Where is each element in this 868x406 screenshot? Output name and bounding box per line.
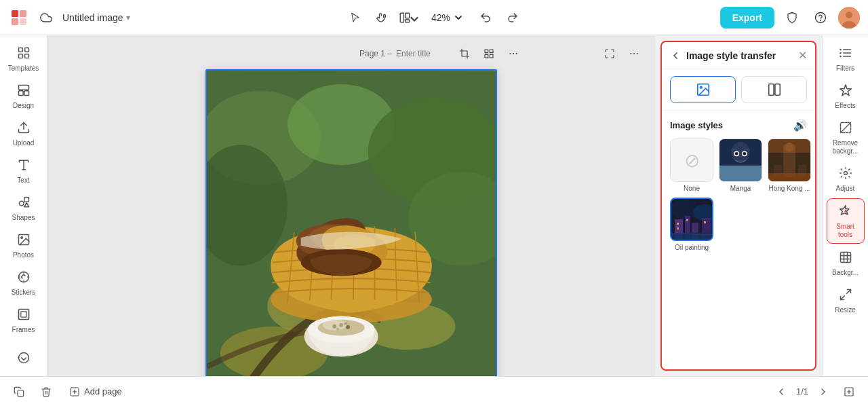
svg-rect-31 [490, 50, 493, 53]
frames-icon [17, 308, 31, 323]
svg-point-39 [637, 53, 638, 54]
panel-title: Image style transfer [686, 50, 793, 61]
sidebar-item-frames[interactable]: Frames [5, 302, 43, 338]
svg-rect-27 [18, 310, 28, 320]
svg-rect-89 [677, 227, 679, 229]
sidebar-item-text[interactable]: Text [5, 153, 43, 189]
tool-item-effects[interactable]: Effects [827, 78, 865, 114]
page-nav: 1/1 [772, 381, 860, 403]
svg-rect-91 [704, 221, 706, 223]
style-thumb-oil-painting [670, 198, 713, 241]
smart-tools-icon [839, 204, 852, 220]
hand-tool-btn[interactable] [372, 7, 393, 29]
canvas-frame[interactable] [205, 69, 497, 376]
page-prev-btn[interactable] [772, 382, 791, 401]
svg-rect-2 [12, 18, 18, 25]
style-item-none[interactable]: ⊘ None [670, 139, 713, 192]
sidebar-item-upload[interactable]: Upload [5, 115, 43, 151]
svg-point-25 [20, 237, 22, 239]
tool-item-remove-bg-label: Remove backgr... [829, 139, 862, 155]
undo-btn[interactable] [475, 7, 496, 29]
style-item-manga[interactable]: Manga [719, 139, 762, 192]
user-avatar[interactable] [838, 7, 860, 29]
styles-grid: ⊘ None [670, 139, 807, 251]
svg-point-38 [633, 53, 635, 54]
sidebar-collapse-btn[interactable] [5, 346, 43, 371]
sidebar-item-templates[interactable]: Templates [5, 41, 43, 77]
tool-item-smart-tools-label: Smart tools [830, 223, 861, 239]
sidebar-item-design[interactable]: Design [5, 78, 43, 114]
svg-rect-65 [768, 84, 773, 96]
topbar-center: 42% [344, 7, 524, 29]
svg-rect-28 [20, 312, 26, 317]
svg-line-104 [846, 290, 850, 294]
svg-rect-106 [18, 390, 24, 396]
panel-tabs [662, 69, 815, 111]
doc-title[interactable]: Untitled image ▾ [62, 12, 130, 23]
sidebar-item-text-label: Text [17, 177, 29, 185]
panel-content: Image styles 🔊 ⊘ None [662, 111, 815, 369]
svg-rect-90 [686, 219, 688, 221]
svg-rect-66 [774, 84, 779, 96]
svg-rect-17 [18, 91, 23, 96]
style-label-none: None [684, 185, 700, 192]
copy-page-btn[interactable] [8, 381, 30, 403]
canvas-toolbar: Page 1 – [359, 43, 524, 64]
design-icon [17, 84, 31, 99]
delete-page-btn[interactable] [35, 381, 57, 403]
panel-close-btn[interactable]: ✕ [798, 49, 807, 62]
svg-rect-15 [24, 54, 28, 58]
add-page-btn[interactable]: Add page [62, 384, 129, 400]
layout-btn[interactable] [399, 7, 420, 29]
svg-rect-79 [768, 173, 811, 182]
sidebar-item-stickers[interactable]: Stickers [5, 265, 43, 301]
tool-item-filters[interactable]: Filters [827, 41, 865, 77]
help-btn[interactable] [810, 7, 831, 29]
tool-item-background[interactable]: Backgr... [827, 245, 865, 281]
canvas-top-right [599, 43, 644, 64]
sidebar-item-photos[interactable]: Photos [5, 227, 43, 263]
svg-rect-30 [485, 50, 488, 53]
sidebar-item-shapes-label: Shapes [12, 214, 35, 222]
sound-icon[interactable]: 🔊 [793, 119, 807, 132]
svg-rect-16 [18, 86, 28, 90]
background-icon [839, 251, 852, 266]
select-tool-btn[interactable] [344, 7, 366, 29]
more-options-btn[interactable] [503, 43, 524, 64]
canvas-image [207, 71, 496, 376]
tool-item-smart-tools[interactable]: Smart tools [827, 198, 865, 244]
tool-item-filters-label: Filters [836, 64, 854, 73]
style-item-oil-painting[interactable]: Oil painting [670, 198, 713, 251]
cloud-save-btn[interactable] [35, 7, 57, 29]
page-title-input[interactable] [396, 49, 450, 58]
sidebar-item-shapes[interactable]: Shapes [5, 190, 43, 226]
crop-tool-btn[interactable] [454, 43, 475, 64]
panel-back-btn[interactable] [670, 50, 681, 61]
style-item-hong-kong[interactable]: Hong Kong ... [768, 139, 811, 192]
svg-point-34 [509, 53, 511, 54]
sidebar-item-templates-label: Templates [8, 64, 39, 73]
tool-item-resize[interactable]: Resize [827, 282, 865, 318]
svg-point-22 [19, 201, 24, 206]
fit-screen-btn[interactable] [838, 381, 860, 403]
shield-icon-btn[interactable] [781, 7, 803, 29]
page-next-btn[interactable] [814, 382, 833, 401]
tool-item-adjust[interactable]: Adjust [827, 161, 865, 197]
fullscreen-btn[interactable] [599, 43, 620, 64]
svg-rect-103 [840, 253, 850, 263]
zoom-btn[interactable]: 42% [426, 10, 469, 26]
effects-icon [839, 84, 852, 99]
grid-tool-btn[interactable] [479, 43, 499, 64]
svg-rect-3 [20, 18, 26, 25]
tab-image-compare[interactable] [741, 76, 807, 103]
svg-point-59 [346, 325, 350, 329]
tool-item-remove-bg[interactable]: Remove backgr... [827, 115, 865, 160]
upload-icon [17, 121, 31, 136]
export-button[interactable]: Export [720, 7, 774, 29]
shapes-icon [17, 196, 31, 211]
canvas-more-btn[interactable] [624, 43, 644, 64]
app-logo[interactable] [8, 7, 30, 29]
svg-rect-12 [18, 48, 22, 52]
redo-btn[interactable] [502, 7, 524, 29]
tab-image-transfer[interactable] [670, 76, 736, 103]
